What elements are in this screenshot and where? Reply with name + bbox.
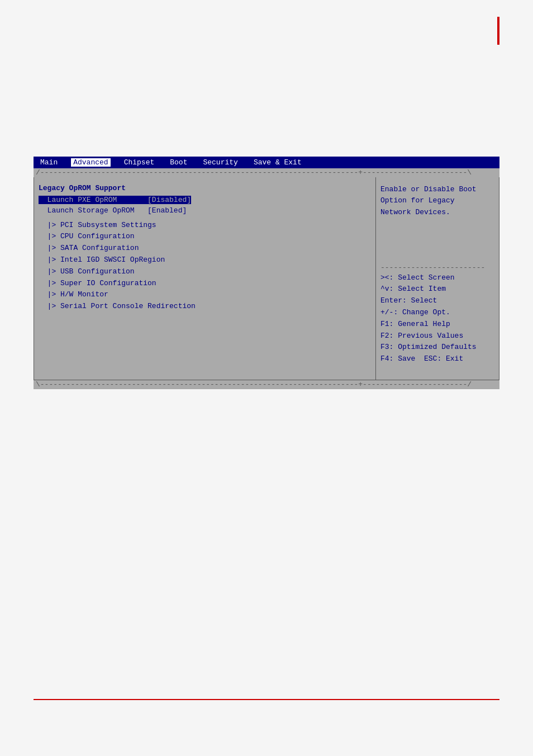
- key-help-8: F4: Save ESC: Exit: [380, 353, 494, 365]
- nav-superio[interactable]: |> Super IO Configuration: [39, 278, 371, 290]
- launch-storage-label: Launch Storage OpROM [Enabled]: [39, 206, 187, 215]
- top-border-line: /---------------------------------------…: [34, 168, 499, 177]
- launch-pxe-entry[interactable]: Launch PXE OpROM [Disabled]: [39, 195, 371, 206]
- help-line-1: Enable or Disable Boot: [380, 184, 494, 196]
- nav-sata[interactable]: |> SATA Configuration: [39, 243, 371, 254]
- section-title: Legacy OpROM Support: [39, 184, 371, 192]
- bios-menubar[interactable]: Main Advanced Chipset Boot Security Save…: [34, 157, 499, 168]
- menu-item-advanced[interactable]: Advanced: [71, 158, 110, 167]
- key-help-5: F1: General Help: [380, 319, 494, 330]
- key-help-2: ^v: Select Item: [380, 284, 494, 295]
- menu-item-security[interactable]: Security: [201, 158, 240, 167]
- launch-storage-entry[interactable]: Launch Storage OpROM [Enabled]: [39, 205, 371, 216]
- bottom-border-line: \---------------------------------------…: [34, 380, 499, 389]
- bios-window: Main Advanced Chipset Boot Security Save…: [34, 157, 499, 389]
- key-help-4: +/-: Change Opt.: [380, 307, 494, 319]
- nav-igd[interactable]: |> Intel IGD SWSCI OpRegion: [39, 254, 371, 266]
- menu-item-save-exit[interactable]: Save & Exit: [251, 158, 304, 167]
- menu-item-boot[interactable]: Boot: [168, 158, 189, 167]
- menu-item-main[interactable]: Main: [38, 158, 60, 167]
- nav-hwmonitor[interactable]: |> H/W Monitor: [39, 289, 371, 301]
- left-panel: Legacy OpROM Support Launch PXE OpROM [D…: [34, 177, 376, 380]
- right-panel: Enable or Disable Boot Option for Legacy…: [376, 177, 499, 380]
- nav-cpu[interactable]: |> CPU Configuration: [39, 231, 371, 243]
- launch-pxe-label: Launch PXE OpROM [Disabled]: [39, 196, 191, 204]
- nav-pci[interactable]: |> PCI Subsystem Settings: [39, 220, 371, 231]
- red-bar-indicator: [497, 17, 499, 45]
- nav-usb[interactable]: |> USB Configuration: [39, 266, 371, 278]
- bottom-red-line: [34, 699, 499, 700]
- help-line-2: Option for Legacy: [380, 195, 494, 207]
- menu-item-chipset[interactable]: Chipset: [122, 158, 157, 167]
- key-help-6: F2: Previous Values: [380, 330, 494, 342]
- key-help-3: Enter: Select: [380, 295, 494, 307]
- key-help-7: F3: Optimized Defaults: [380, 342, 494, 353]
- help-line-3: Network Devices.: [380, 207, 494, 219]
- bios-body: Legacy OpROM Support Launch PXE OpROM [D…: [34, 177, 499, 380]
- page-background: Main Advanced Chipset Boot Security Save…: [0, 0, 533, 756]
- nav-serial[interactable]: |> Serial Port Console Redirection: [39, 301, 371, 313]
- key-help-1: ><: Select Screen: [380, 272, 494, 284]
- right-divider: ------------------------: [380, 263, 494, 272]
